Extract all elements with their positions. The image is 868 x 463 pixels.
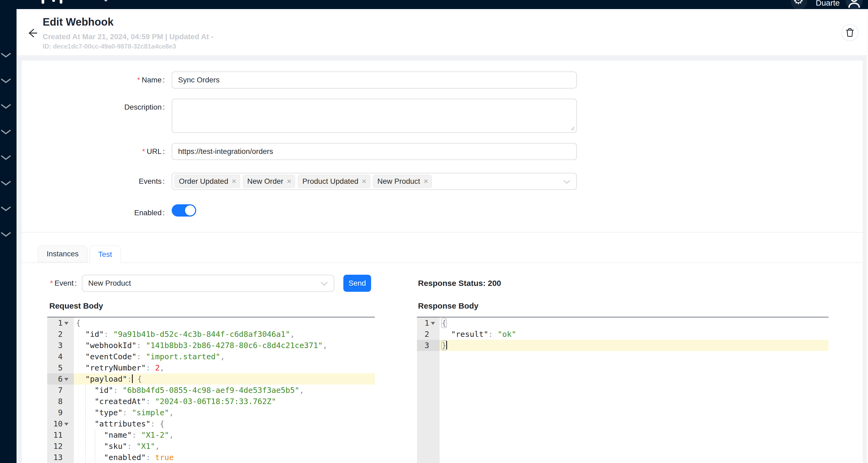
sidebar-chevron-down-icon[interactable]	[1, 53, 11, 58]
chevron-down-icon	[320, 282, 328, 286]
line-number: 2	[47, 328, 63, 340]
fold-arrow-icon[interactable]	[431, 322, 435, 325]
line-number: 1	[47, 317, 63, 328]
line-number: 8	[47, 396, 63, 407]
sidebar-chevron-down-icon[interactable]	[1, 206, 11, 212]
logo-fragment	[104, 0, 107, 1]
top-navbar: ⚙ Duarte	[0, 0, 868, 9]
resize-handle-icon[interactable]	[570, 126, 575, 131]
event-tag-label: Order Updated	[179, 177, 228, 185]
code-line: 1{	[417, 317, 829, 328]
line-number: 1	[417, 317, 429, 328]
toggle-knob	[185, 205, 195, 215]
webhook-id-text: ID: dece1dc7-00cc-49a0-9878-32c81a4ce8e3	[43, 43, 176, 50]
indent-guide	[85, 384, 86, 463]
page-title: Edit Webhook	[43, 16, 114, 28]
remove-tag-icon[interactable]: ✕	[231, 178, 237, 185]
section-divider	[22, 232, 863, 233]
code-line: 1{	[47, 317, 375, 328]
tabbar: InstancesTest	[38, 245, 121, 263]
page-header: Edit Webhook Created At Mar 21, 2024, 04…	[17, 9, 866, 55]
fold-arrow-icon[interactable]	[64, 423, 68, 426]
code-line: 8 "createdAt": "2024-03-06T18:57:33.762Z…	[47, 396, 375, 407]
sidebar-chevron-down-icon[interactable]	[1, 232, 11, 237]
arrow-left-icon	[26, 27, 38, 39]
webhook-form-card: Name Sync Orders Description URL https:/…	[22, 61, 863, 463]
line-number: 13	[47, 452, 63, 463]
delete-webhook-button[interactable]	[841, 24, 859, 41]
code-line: 3 "webhookId": "141b8bb3-2b86-4278-80c6-…	[47, 340, 375, 351]
avatar[interactable]	[846, 0, 863, 9]
sidebar-chevron-down-icon[interactable]	[1, 79, 11, 84]
url-label: URL	[22, 146, 165, 157]
remove-tag-icon[interactable]: ✕	[362, 178, 367, 185]
line-number: 5	[47, 362, 63, 373]
code-line: 10 "attributes": {	[47, 418, 375, 429]
code-line: 4 "eventCode": "import.started",	[47, 351, 375, 362]
code-line: 3}	[417, 340, 829, 351]
sidebar-chevron-down-icon[interactable]	[1, 129, 11, 135]
indent-guide	[95, 429, 95, 463]
event-value: New Product	[88, 279, 131, 288]
user-icon	[846, 0, 863, 9]
line-number: 7	[47, 384, 63, 396]
request-body-label: Request Body	[49, 301, 103, 311]
line-number: 9	[47, 407, 63, 418]
line-number: 6	[47, 373, 63, 384]
line-number: 12	[47, 441, 63, 452]
event-select[interactable]: New Product	[82, 275, 334, 292]
response-body-editor[interactable]: 1{2 "result": "ok"3}	[417, 317, 829, 463]
page: ⚙ Duarte Edit Webhook Created At Mar 21,…	[0, 0, 868, 463]
logo-fragment	[52, 0, 55, 2]
sidebar-chevron-down-icon[interactable]	[1, 104, 11, 109]
code-line: 11 "name": "X1-2",	[47, 429, 375, 441]
logo-fragment	[41, 0, 44, 4]
code-line: 7 "id": "6b8b4fd5-0855-4c98-aef9-4de53f3…	[47, 384, 375, 396]
name-label: Name	[22, 75, 165, 85]
event-tag-label: New Order	[247, 177, 283, 185]
events-label: Events	[22, 176, 165, 187]
fold-arrow-icon[interactable]	[64, 322, 68, 325]
code-line: 2 "result": "ok"	[417, 328, 829, 340]
code-line: 2 "id": "9a91b41b-d52c-4c3b-844f-c6d8af3…	[47, 328, 375, 340]
fold-arrow-icon[interactable]	[64, 378, 68, 381]
logo-fragment	[60, 0, 62, 4]
line-number: 10	[47, 418, 63, 429]
code-line: 6 "payload": {	[47, 373, 375, 384]
back-button[interactable]	[26, 27, 38, 39]
code-line: 5 "retryNumber": 2,	[47, 362, 375, 373]
gear-icon: ⚙	[793, 0, 804, 6]
events-multiselect[interactable]: Order Updated✕New Order✕Product Updated✕…	[172, 173, 577, 190]
created-updated-text: Created At Mar 21, 2024, 04:59 PM | Upda…	[43, 32, 214, 41]
line-number: 3	[417, 340, 429, 351]
sidebar-chevron-down-icon[interactable]	[1, 155, 11, 161]
line-number: 3	[47, 340, 63, 351]
name-value: Sync Orders	[178, 76, 220, 84]
sidebar-chevron-down-icon[interactable]	[1, 181, 11, 186]
url-input[interactable]: https://test-integration/orders	[172, 143, 577, 160]
remove-tag-icon[interactable]: ✕	[423, 178, 428, 185]
tab-test[interactable]: Test	[89, 245, 121, 263]
name-input[interactable]: Sync Orders	[172, 71, 577, 89]
description-label: Description	[22, 102, 165, 113]
response-status: Response Status: 200	[418, 275, 501, 292]
request-body-editor[interactable]: 1{2 "id": "9a91b41b-d52c-4c3b-844f-c6d8a…	[47, 317, 375, 463]
left-sidebar	[0, 9, 17, 463]
description-textarea[interactable]	[172, 99, 577, 133]
code-line: 12 "sku": "X1",	[47, 441, 375, 452]
text-cursor	[446, 341, 447, 349]
page-scrollbar[interactable]	[866, 9, 868, 463]
event-tag: New Order✕	[243, 175, 296, 188]
tab-instances[interactable]: Instances	[38, 245, 88, 262]
event-tag: Product Updated✕	[298, 175, 370, 188]
code-line: 9 "type": "simple",	[47, 407, 375, 418]
chevron-down-icon	[563, 180, 570, 184]
code-line: 13 "enabled": true	[47, 452, 375, 463]
send-button[interactable]: Send	[343, 275, 371, 292]
settings-button[interactable]: ⚙	[791, 0, 807, 9]
remove-tag-icon[interactable]: ✕	[286, 178, 292, 185]
enabled-toggle[interactable]	[172, 204, 196, 216]
user-name[interactable]: Duarte	[816, 0, 840, 7]
line-number: 11	[47, 429, 63, 441]
event-label: Event	[22, 275, 77, 292]
